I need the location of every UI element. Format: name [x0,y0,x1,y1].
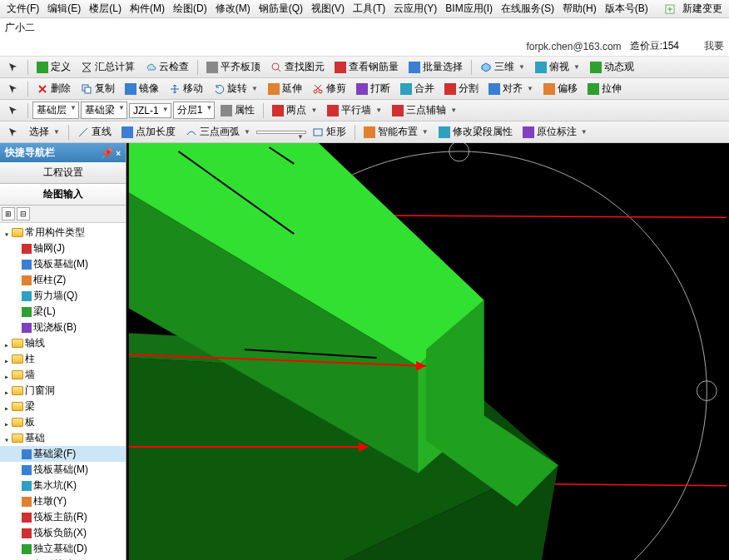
menu-help[interactable]: 帮助(H) [559,0,600,17]
edit-beam-button[interactable]: 修改梁段属性 [434,122,517,141]
new-change-button[interactable]: 新建变更 [679,0,726,17]
menu-online[interactable]: 在线服务(S) [498,0,558,17]
tree-common-item[interactable]: 现浇板(B) [0,320,126,335]
tree-cat[interactable]: 梁 [0,399,126,414]
batch-select-button[interactable]: 批量选择 [404,57,467,77]
mirror-button[interactable]: 镜像 [121,79,163,98]
point-length-button[interactable]: 点加长度 [117,122,180,141]
trim-button[interactable]: 修剪 [308,79,350,98]
flat-wall-button[interactable]: 平行墙▼ [323,101,386,120]
pin-icon[interactable]: 📌 [101,147,113,159]
menu-draw[interactable]: 绘图(D) [170,0,211,17]
align-button[interactable]: 对齐▼ [484,79,538,98]
tool-arrow[interactable] [3,59,23,76]
define-button[interactable]: 定义 [32,57,75,77]
move-button[interactable]: 移动 [165,79,207,98]
menu-bim[interactable]: BIM应用(I) [442,0,496,17]
menu-cloud[interactable]: 云应用(Y) [390,0,440,17]
tree-foundation-item[interactable]: 筏板基础(M) [0,462,126,478]
layer-combo[interactable]: 基础层 [32,102,79,119]
tree-cat[interactable]: 柱 [0,351,126,367]
category-combo[interactable]: 基础梁 [81,102,127,119]
tool-arrow4[interactable] [3,124,23,141]
tree-common[interactable]: 常用构件类型 [0,225,126,240]
menu-edit[interactable]: 编辑(E) [44,0,84,17]
component-tree[interactable]: 常用构件类型 轴网(J) 筏板基础(M) 框柱(Z) 剪力墙(Q) 梁(L) 现… [0,223,126,560]
three-aux-button[interactable]: 三点辅轴▼ [388,101,461,120]
close-sidebar-button[interactable]: × [116,149,121,158]
toolbar-context: 基础层 基础梁 JZL-1 分层1 属性 两点▼ 平行墙▼ 三点辅轴▼ [0,100,729,121]
rect-button[interactable]: 矩形 [308,122,350,141]
svg-point-2 [272,63,279,70]
sidebar-tab-draw[interactable]: 绘图输入 [0,184,126,206]
offset-button[interactable]: 偏移 [539,79,582,98]
menu-component[interactable]: 构件(M) [126,0,168,17]
sum-calc-button[interactable]: 汇总计算 [77,57,139,77]
delete-button[interactable]: 删除 [32,79,75,98]
view-rebar-button[interactable]: 查看钢筋量 [330,57,403,77]
arc3-button[interactable]: 三点画弧▼ [181,122,255,141]
menu-version[interactable]: 版本号(B) [602,0,652,17]
tree-cat[interactable]: 门窗洞 [0,383,126,399]
user-email: forpk.chen@163.com [526,41,621,52]
svg-point-5 [314,90,317,93]
orig-anno-button[interactable]: 原位标注▼ [518,122,592,141]
tree-strip-foundation[interactable]: 条形基础(T) [0,557,126,560]
props-button[interactable]: 属性 [216,101,259,120]
tree-foundation-beam[interactable]: 基础梁(F) [0,446,126,462]
tree-foundation-item[interactable]: 筏板主筋(R) [0,509,126,525]
merge-button[interactable]: 合并 [396,79,439,98]
split-button[interactable]: 分割 [440,79,483,98]
dyn-view-button[interactable]: 动态观 [586,57,638,77]
menu-file[interactable]: 文件(F) [3,0,42,17]
tree-foundation-item[interactable]: 独立基础(D) [0,541,126,557]
tree-common-item[interactable]: 轴网(J) [0,240,126,256]
svg-rect-7 [314,129,322,136]
menu-modify[interactable]: 修改(M) [212,0,254,17]
tree-foundation[interactable]: 基础 [0,430,126,446]
menu-view[interactable]: 视图(V) [308,0,348,17]
mini-collapse-button[interactable]: ⊟ [17,207,30,221]
cloud-check-button[interactable]: 云检查 [141,57,193,77]
line-button[interactable]: 直线 [73,122,116,141]
sidebar-title: 快捷导航栏 📌 × [0,143,126,162]
tree-common-item[interactable]: 剪力墙(Q) [0,288,126,304]
extend-button[interactable]: 延伸 [264,79,306,98]
tree-foundation-item[interactable]: 集水坑(K) [0,478,126,493]
tool-arrow3[interactable] [3,102,23,119]
copy-button[interactable]: 复制 [77,79,119,98]
draw-combo[interactable] [256,131,306,134]
svg-rect-4 [85,87,91,93]
sidebar-tab-project[interactable]: 工程设置 [0,162,126,184]
bird-view-button[interactable]: 俯视▼ [531,57,584,77]
break-button[interactable]: 打断 [352,79,394,98]
tree-cat[interactable]: 墙 [0,367,126,383]
smart-layout-button[interactable]: 智能布置▼ [360,122,433,141]
three-d-button[interactable]: 三维▼ [476,57,529,77]
tool-arrow2[interactable] [3,81,23,97]
3d-viewport[interactable]: A [126,143,729,560]
sidebar-mini-toolbar: ⊞ ⊟ [0,206,126,223]
menu-tools[interactable]: 工具(T) [350,0,389,17]
toolbar-main: 定义 汇总计算 云检查 平齐板顶 查找图元 查看钢筋量 批量选择 三维▼ 俯视▼… [0,57,729,78]
flat-top-button[interactable]: 平齐板顶 [202,57,265,77]
sidebar: 快捷导航栏 📌 × 工程设置 绘图输入 ⊞ ⊟ 常用构件类型 轴网(J) 筏板基… [0,143,126,560]
tree-cat[interactable]: 板 [0,414,126,430]
tree-foundation-item[interactable]: 筏板负筋(X) [0,525,126,541]
tree-common-item[interactable]: 筏板基础(M) [0,256,126,272]
tree-cat[interactable]: 轴线 [0,335,126,351]
me-button[interactable]: 我要 [704,39,724,53]
mini-expand-button[interactable]: ⊞ [2,207,15,221]
find-elem-button[interactable]: 查找图元 [266,57,329,77]
floor-combo[interactable]: 分层1 [173,102,216,119]
id-combo[interactable]: JZL-1 [129,103,171,118]
tree-common-item[interactable]: 梁(L) [0,304,126,320]
tree-foundation-item[interactable]: 柱墩(Y) [0,493,126,509]
select-button[interactable]: 选择▼ [25,122,64,141]
menu-floor[interactable]: 楼层(L) [86,0,125,17]
rotate-button[interactable]: 旋转▼ [209,79,262,98]
two-point-button[interactable]: 两点▼ [268,101,321,120]
stretch-button[interactable]: 拉伸 [583,79,626,98]
menu-rebar[interactable]: 钢筋量(Q) [255,0,306,17]
tree-common-item[interactable]: 框柱(Z) [0,272,126,288]
